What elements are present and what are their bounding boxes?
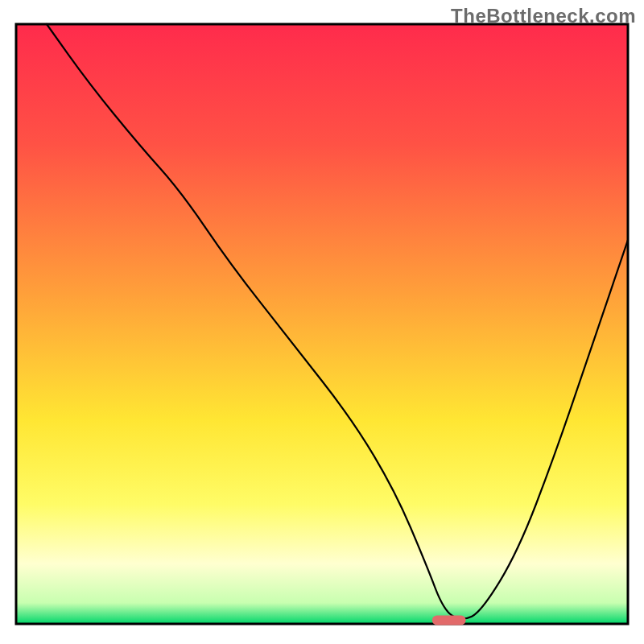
chart-stage: TheBottleneck.com bbox=[0, 0, 644, 644]
optimal-marker bbox=[432, 616, 466, 625]
bottleneck-chart bbox=[0, 0, 644, 644]
gradient-background bbox=[16, 24, 628, 624]
plot-area bbox=[16, 24, 628, 625]
